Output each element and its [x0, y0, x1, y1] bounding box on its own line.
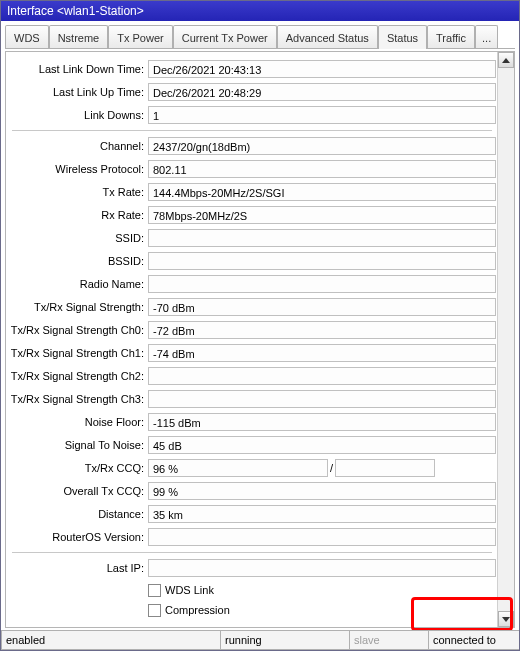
row-txrx-signal-ch2: Tx/Rx Signal Strength Ch2: [8, 365, 496, 387]
row-noise-floor: Noise Floor: -115 dBm [8, 411, 496, 433]
value-txrx-signal-ch0: -72 dBm [148, 321, 496, 339]
row-radio-name: Radio Name: [8, 273, 496, 295]
value-signal-to-noise: 45 dB [148, 436, 496, 454]
status-form: Last Link Down Time: Dec/26/2021 20:43:1… [6, 52, 498, 627]
status-enabled: enabled [1, 630, 221, 650]
label-wds-link: WDS Link [165, 584, 214, 596]
label-last-link-up-time: Last Link Up Time: [8, 86, 148, 98]
label-noise-floor: Noise Floor: [8, 416, 148, 428]
checkbox-compression[interactable] [148, 604, 161, 617]
row-link-downs: Link Downs: 1 [8, 104, 496, 126]
row-tx-rate: Tx Rate: 144.4Mbps-20MHz/2S/SGI [8, 181, 496, 203]
row-compression: Compression [148, 600, 496, 620]
label-txrx-signal-ch1: Tx/Rx Signal Strength Ch1: [8, 347, 148, 359]
scroll-up-button[interactable] [498, 52, 514, 68]
value-link-downs: 1 [148, 106, 496, 124]
value-overall-tx-ccq: 99 % [148, 482, 496, 500]
client-area: WDS Nstreme Tx Power Current Tx Power Ad… [1, 21, 519, 650]
label-txrx-signal-ch2: Tx/Rx Signal Strength Ch2: [8, 370, 148, 382]
row-txrx-signal-ch1: Tx/Rx Signal Strength Ch1: -74 dBm [8, 342, 496, 364]
tab-more[interactable]: ... [475, 25, 498, 49]
label-last-link-down-time: Last Link Down Time: [8, 63, 148, 75]
chevron-up-icon [502, 58, 510, 63]
label-txrx-signal-ch3: Tx/Rx Signal Strength Ch3: [8, 393, 148, 405]
chevron-down-icon [502, 617, 510, 622]
row-last-ip: Last IP: [8, 557, 496, 579]
label-link-downs: Link Downs: [8, 109, 148, 121]
tab-strip: WDS Nstreme Tx Power Current Tx Power Ad… [5, 21, 515, 49]
label-routeros-version: RouterOS Version: [8, 531, 148, 543]
value-distance: 35 km [148, 505, 496, 523]
value-bssid [148, 252, 496, 270]
separator-2 [12, 552, 492, 553]
value-rx-rate: 78Mbps-20MHz/2S [148, 206, 496, 224]
value-noise-floor: -115 dBm [148, 413, 496, 431]
tab-wds[interactable]: WDS [5, 25, 49, 49]
scroll-down-button[interactable] [498, 611, 514, 627]
row-wireless-protocol: Wireless Protocol: 802.11 [8, 158, 496, 180]
row-txrx-signal-ch3: Tx/Rx Signal Strength Ch3: [8, 388, 496, 410]
row-txrx-signal-ch0: Tx/Rx Signal Strength Ch0: -72 dBm [8, 319, 496, 341]
row-bssid: BSSID: [8, 250, 496, 272]
label-overall-tx-ccq: Overall Tx CCQ: [8, 485, 148, 497]
value-txrx-signal-ch2 [148, 367, 496, 385]
row-last-link-up-time: Last Link Up Time: Dec/26/2021 20:48:29 [8, 81, 496, 103]
row-signal-to-noise: Signal To Noise: 45 dB [8, 434, 496, 456]
checkbox-wds-link[interactable] [148, 584, 161, 597]
value-channel: 2437/20/gn(18dBm) [148, 137, 496, 155]
label-last-ip: Last IP: [8, 562, 148, 574]
value-last-link-up-time: Dec/26/2021 20:48:29 [148, 83, 496, 101]
row-last-link-down-time: Last Link Down Time: Dec/26/2021 20:43:1… [8, 58, 496, 80]
tab-traffic[interactable]: Traffic [427, 25, 475, 49]
value-tx-rate: 144.4Mbps-20MHz/2S/SGI [148, 183, 496, 201]
separator-1 [12, 130, 492, 131]
row-wds-link: WDS Link [148, 580, 496, 600]
txrx-ccq-sep: / [330, 462, 333, 474]
value-txrx-signal-ch1: -74 dBm [148, 344, 496, 362]
value-txrx-signal: -70 dBm [148, 298, 496, 316]
scrollbar[interactable] [497, 52, 514, 627]
row-txrx-signal: Tx/Rx Signal Strength: -70 dBm [8, 296, 496, 318]
label-bssid: BSSID: [8, 255, 148, 267]
label-txrx-signal-ch0: Tx/Rx Signal Strength Ch0: [8, 324, 148, 336]
label-compression: Compression [165, 604, 230, 616]
form-zone: Last Link Down Time: Dec/26/2021 20:43:1… [5, 51, 515, 628]
label-txrx-signal: Tx/Rx Signal Strength: [8, 301, 148, 313]
label-ssid: SSID: [8, 232, 148, 244]
tab-strip-border [5, 48, 515, 49]
status-connected: connected to ess [428, 630, 520, 650]
interface-window: Interface <wlan1-Station> WDS Nstreme Tx… [0, 0, 520, 651]
tab-nstreme[interactable]: Nstreme [49, 25, 109, 49]
label-wireless-protocol: Wireless Protocol: [8, 163, 148, 175]
row-rx-rate: Rx Rate: 78Mbps-20MHz/2S [8, 204, 496, 226]
value-last-ip [148, 559, 496, 577]
value-routeros-version [148, 528, 496, 546]
tab-tx-power[interactable]: Tx Power [108, 25, 172, 49]
row-ssid: SSID: [8, 227, 496, 249]
row-routeros-version: RouterOS Version: [8, 526, 496, 548]
status-slave: slave [349, 630, 429, 650]
label-tx-rate: Tx Rate: [8, 186, 148, 198]
label-channel: Channel: [8, 140, 148, 152]
status-bar: enabled running slave connected to ess [1, 630, 519, 650]
tab-advanced-status[interactable]: Advanced Status [277, 25, 378, 49]
label-rx-rate: Rx Rate: [8, 209, 148, 221]
value-wireless-protocol: 802.11 [148, 160, 496, 178]
value-last-link-down-time: Dec/26/2021 20:43:13 [148, 60, 496, 78]
row-txrx-ccq: Tx/Rx CCQ: 96 % / [8, 457, 496, 479]
row-distance: Distance: 35 km [8, 503, 496, 525]
value-radio-name [148, 275, 496, 293]
label-signal-to-noise: Signal To Noise: [8, 439, 148, 451]
tab-status[interactable]: Status [378, 25, 427, 49]
value-txrx-ccq-b [335, 459, 435, 477]
tab-current-tx-power[interactable]: Current Tx Power [173, 25, 277, 49]
label-txrx-ccq: Tx/Rx CCQ: [8, 462, 148, 474]
value-ssid [148, 229, 496, 247]
status-running: running [220, 630, 350, 650]
window-title: Interface <wlan1-Station> [1, 1, 519, 21]
row-overall-tx-ccq: Overall Tx CCQ: 99 % [8, 480, 496, 502]
value-txrx-signal-ch3 [148, 390, 496, 408]
value-txrx-ccq-a: 96 % [148, 459, 328, 477]
row-channel: Channel: 2437/20/gn(18dBm) [8, 135, 496, 157]
label-distance: Distance: [8, 508, 148, 520]
